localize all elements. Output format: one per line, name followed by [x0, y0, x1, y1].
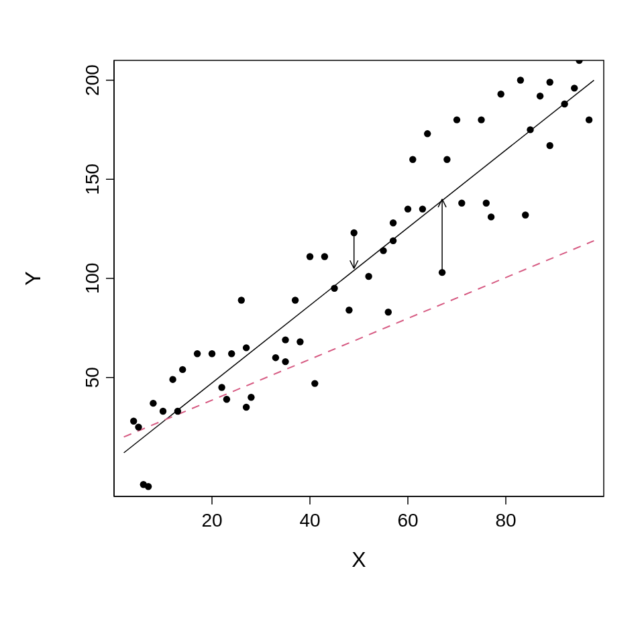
data-point: [483, 200, 490, 207]
data-point: [571, 85, 578, 91]
data-point: [478, 116, 484, 123]
data-point: [390, 219, 396, 226]
x-tick-label: 20: [201, 510, 222, 531]
regression-lines: [124, 80, 594, 453]
data-point: [130, 418, 137, 425]
x-axis-label: X: [352, 547, 366, 572]
data-point: [547, 142, 553, 149]
data-point: [292, 297, 299, 303]
y-tick-label: 100: [82, 263, 103, 294]
data-point: [537, 93, 543, 99]
data-point: [345, 307, 352, 313]
data-point: [458, 200, 465, 207]
data-point: [311, 380, 318, 386]
dash-line: [124, 241, 594, 437]
data-point: [282, 336, 288, 343]
y-tick-label: 200: [82, 64, 103, 96]
data-point: [297, 338, 303, 345]
data-point: [517, 76, 524, 83]
data-points: [130, 57, 592, 490]
data-point: [272, 354, 279, 361]
data-point: [576, 57, 582, 64]
x-tick-label: 60: [397, 510, 418, 531]
data-point: [405, 205, 411, 212]
data-point: [331, 285, 337, 292]
data-point: [498, 91, 504, 97]
fit-line: [124, 80, 594, 453]
data-point: [243, 344, 250, 351]
y-axis: 50100150200: [82, 60, 114, 496]
data-point: [238, 297, 245, 303]
data-point: [586, 116, 592, 123]
data-point: [527, 126, 533, 133]
data-point: [409, 156, 416, 163]
data-point: [443, 156, 450, 163]
data-point: [385, 309, 392, 315]
data-point: [390, 237, 396, 244]
data-point: [194, 350, 201, 357]
x-tick-label: 80: [495, 510, 516, 531]
data-point: [453, 116, 460, 123]
x-axis: 20406080: [114, 496, 604, 531]
arrowhead: [442, 199, 446, 207]
data-point: [282, 358, 288, 365]
data-point: [547, 78, 553, 85]
data-point: [424, 130, 431, 137]
data-point: [228, 350, 235, 357]
data-point: [218, 384, 225, 390]
data-point: [522, 211, 529, 218]
data-point: [223, 396, 230, 402]
x-tick-label: 40: [299, 510, 320, 531]
data-point: [174, 408, 181, 415]
arrowhead: [350, 260, 354, 268]
data-point: [145, 483, 152, 490]
data-point: [488, 213, 494, 220]
data-point: [135, 423, 142, 430]
chart-container: 20406080 50100150200 X Y: [0, 0, 644, 644]
data-point: [150, 400, 156, 407]
y-tick-label: 150: [82, 164, 103, 195]
data-point: [380, 247, 386, 254]
scatter-chart: 20406080 50100150200 X Y: [0, 0, 644, 644]
data-point: [321, 253, 328, 260]
y-axis-label: Y: [21, 271, 45, 285]
data-point: [419, 205, 426, 212]
data-point: [307, 253, 313, 260]
y-tick-label: 50: [82, 367, 103, 388]
data-point: [169, 376, 176, 382]
data-point: [561, 101, 568, 107]
data-point: [365, 273, 372, 280]
data-point: [160, 408, 166, 415]
data-point: [243, 404, 250, 411]
data-point: [179, 366, 186, 373]
data-point: [248, 394, 254, 400]
plot-area-box: [114, 60, 604, 496]
data-point: [209, 350, 215, 357]
